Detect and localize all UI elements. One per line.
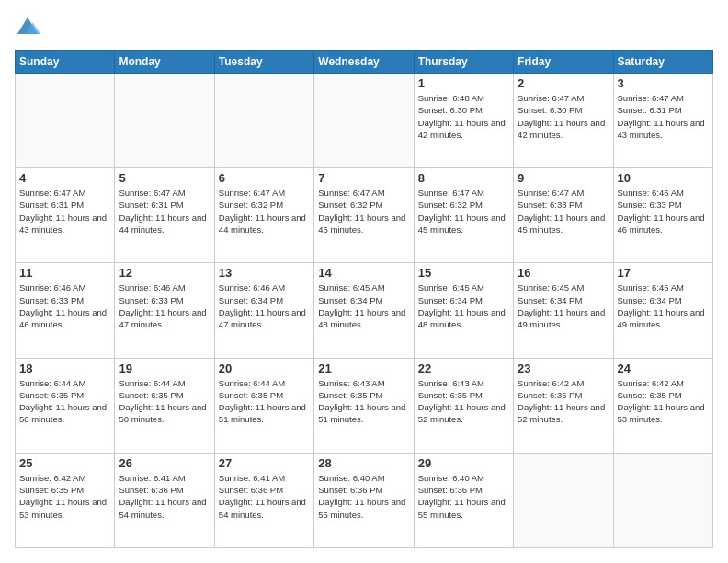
day-info: Sunrise: 6:47 AM Sunset: 6:32 PM Dayligh… bbox=[219, 187, 310, 236]
day-cell: 9Sunrise: 6:47 AM Sunset: 6:33 PM Daylig… bbox=[514, 168, 613, 263]
day-info: Sunrise: 6:41 AM Sunset: 6:36 PM Dayligh… bbox=[219, 472, 310, 521]
day-cell: 20Sunrise: 6:44 AM Sunset: 6:35 PM Dayli… bbox=[214, 358, 313, 453]
day-number: 13 bbox=[219, 266, 310, 280]
day-info: Sunrise: 6:47 AM Sunset: 6:30 PM Dayligh… bbox=[518, 92, 609, 141]
week-row-4: 25Sunrise: 6:42 AM Sunset: 6:35 PM Dayli… bbox=[16, 453, 713, 547]
day-cell: 13Sunrise: 6:46 AM Sunset: 6:34 PM Dayli… bbox=[214, 263, 313, 358]
day-cell: 17Sunrise: 6:45 AM Sunset: 6:34 PM Dayli… bbox=[613, 263, 712, 358]
day-cell: 21Sunrise: 6:43 AM Sunset: 6:35 PM Dayli… bbox=[314, 358, 414, 453]
day-cell bbox=[115, 74, 214, 168]
day-info: Sunrise: 6:47 AM Sunset: 6:31 PM Dayligh… bbox=[119, 187, 210, 236]
day-number: 10 bbox=[618, 171, 709, 185]
day-number: 26 bbox=[119, 456, 210, 470]
day-number: 2 bbox=[518, 76, 609, 90]
day-number: 15 bbox=[418, 266, 509, 280]
day-cell bbox=[314, 74, 414, 168]
day-cell: 7Sunrise: 6:47 AM Sunset: 6:32 PM Daylig… bbox=[314, 168, 414, 263]
day-number: 27 bbox=[219, 456, 310, 470]
day-number: 20 bbox=[219, 362, 310, 375]
day-info: Sunrise: 6:46 AM Sunset: 6:33 PM Dayligh… bbox=[618, 187, 709, 236]
week-row-3: 18Sunrise: 6:44 AM Sunset: 6:35 PM Dayli… bbox=[16, 358, 713, 453]
day-cell: 15Sunrise: 6:45 AM Sunset: 6:34 PM Dayli… bbox=[414, 263, 513, 358]
day-info: Sunrise: 6:46 AM Sunset: 6:34 PM Dayligh… bbox=[219, 282, 310, 330]
day-number: 11 bbox=[19, 266, 110, 280]
day-info: Sunrise: 6:44 AM Sunset: 6:35 PM Dayligh… bbox=[219, 377, 310, 426]
day-cell: 24Sunrise: 6:42 AM Sunset: 6:35 PM Dayli… bbox=[613, 358, 712, 453]
day-info: Sunrise: 6:45 AM Sunset: 6:34 PM Dayligh… bbox=[518, 282, 609, 330]
day-number: 5 bbox=[119, 171, 210, 185]
calendar: SundayMondayTuesdayWednesdayThursdayFrid… bbox=[15, 50, 713, 548]
day-cell: 14Sunrise: 6:45 AM Sunset: 6:34 PM Dayli… bbox=[314, 263, 414, 358]
day-info: Sunrise: 6:40 AM Sunset: 6:36 PM Dayligh… bbox=[318, 472, 409, 521]
day-info: Sunrise: 6:47 AM Sunset: 6:32 PM Dayligh… bbox=[318, 187, 409, 236]
day-cell bbox=[514, 453, 613, 547]
day-cell: 16Sunrise: 6:45 AM Sunset: 6:34 PM Dayli… bbox=[514, 263, 613, 358]
day-cell: 28Sunrise: 6:40 AM Sunset: 6:36 PM Dayli… bbox=[314, 453, 414, 547]
day-cell: 19Sunrise: 6:44 AM Sunset: 6:35 PM Dayli… bbox=[115, 358, 214, 453]
day-number: 19 bbox=[119, 362, 210, 375]
day-info: Sunrise: 6:44 AM Sunset: 6:35 PM Dayligh… bbox=[119, 377, 210, 426]
day-cell: 3Sunrise: 6:47 AM Sunset: 6:31 PM Daylig… bbox=[613, 74, 712, 168]
day-info: Sunrise: 6:42 AM Sunset: 6:35 PM Dayligh… bbox=[618, 377, 709, 426]
day-cell: 1Sunrise: 6:48 AM Sunset: 6:30 PM Daylig… bbox=[414, 74, 513, 168]
day-number: 6 bbox=[219, 171, 310, 185]
calendar-header-monday: Monday bbox=[115, 51, 214, 74]
day-cell bbox=[613, 453, 712, 547]
day-number: 22 bbox=[418, 362, 509, 375]
day-info: Sunrise: 6:43 AM Sunset: 6:35 PM Dayligh… bbox=[418, 377, 509, 426]
header bbox=[15, 15, 713, 40]
day-number: 23 bbox=[518, 362, 609, 375]
day-number: 21 bbox=[318, 362, 409, 375]
day-info: Sunrise: 6:42 AM Sunset: 6:35 PM Dayligh… bbox=[518, 377, 609, 426]
calendar-header-friday: Friday bbox=[514, 51, 613, 74]
day-cell bbox=[214, 74, 313, 168]
day-number: 1 bbox=[418, 76, 509, 90]
logo bbox=[15, 15, 44, 40]
day-number: 7 bbox=[318, 171, 409, 185]
calendar-header-sunday: Sunday bbox=[16, 51, 115, 74]
day-info: Sunrise: 6:48 AM Sunset: 6:30 PM Dayligh… bbox=[418, 92, 509, 141]
day-cell: 10Sunrise: 6:46 AM Sunset: 6:33 PM Dayli… bbox=[613, 168, 712, 263]
day-info: Sunrise: 6:45 AM Sunset: 6:34 PM Dayligh… bbox=[418, 282, 509, 330]
day-cell: 29Sunrise: 6:40 AM Sunset: 6:36 PM Dayli… bbox=[414, 453, 513, 547]
day-info: Sunrise: 6:43 AM Sunset: 6:35 PM Dayligh… bbox=[318, 377, 409, 426]
day-number: 24 bbox=[618, 362, 709, 375]
day-cell: 5Sunrise: 6:47 AM Sunset: 6:31 PM Daylig… bbox=[115, 168, 214, 263]
day-number: 28 bbox=[318, 456, 409, 470]
calendar-header-thursday: Thursday bbox=[414, 51, 513, 74]
day-number: 3 bbox=[618, 76, 709, 90]
day-info: Sunrise: 6:41 AM Sunset: 6:36 PM Dayligh… bbox=[119, 472, 210, 521]
day-number: 14 bbox=[318, 266, 409, 280]
day-cell: 22Sunrise: 6:43 AM Sunset: 6:35 PM Dayli… bbox=[414, 358, 513, 453]
day-cell: 8Sunrise: 6:47 AM Sunset: 6:32 PM Daylig… bbox=[414, 168, 513, 263]
day-info: Sunrise: 6:45 AM Sunset: 6:34 PM Dayligh… bbox=[618, 282, 709, 330]
page: SundayMondayTuesdayWednesdayThursdayFrid… bbox=[0, 0, 728, 563]
day-cell: 12Sunrise: 6:46 AM Sunset: 6:33 PM Dayli… bbox=[115, 263, 214, 358]
day-cell: 25Sunrise: 6:42 AM Sunset: 6:35 PM Dayli… bbox=[16, 453, 115, 547]
day-number: 8 bbox=[418, 171, 509, 185]
day-cell bbox=[16, 74, 115, 168]
calendar-header-tuesday: Tuesday bbox=[214, 51, 313, 74]
day-cell: 23Sunrise: 6:42 AM Sunset: 6:35 PM Dayli… bbox=[514, 358, 613, 453]
day-number: 12 bbox=[119, 266, 210, 280]
day-cell: 27Sunrise: 6:41 AM Sunset: 6:36 PM Dayli… bbox=[214, 453, 313, 547]
day-number: 16 bbox=[518, 266, 609, 280]
day-info: Sunrise: 6:47 AM Sunset: 6:32 PM Dayligh… bbox=[418, 187, 509, 236]
day-info: Sunrise: 6:47 AM Sunset: 6:31 PM Dayligh… bbox=[19, 187, 110, 236]
week-row-2: 11Sunrise: 6:46 AM Sunset: 6:33 PM Dayli… bbox=[16, 263, 713, 358]
day-cell: 2Sunrise: 6:47 AM Sunset: 6:30 PM Daylig… bbox=[514, 74, 613, 168]
calendar-header-row: SundayMondayTuesdayWednesdayThursdayFrid… bbox=[16, 51, 713, 74]
day-number: 17 bbox=[618, 266, 709, 280]
day-cell: 6Sunrise: 6:47 AM Sunset: 6:32 PM Daylig… bbox=[214, 168, 313, 263]
day-cell: 11Sunrise: 6:46 AM Sunset: 6:33 PM Dayli… bbox=[16, 263, 115, 358]
day-info: Sunrise: 6:44 AM Sunset: 6:35 PM Dayligh… bbox=[19, 377, 110, 426]
day-info: Sunrise: 6:47 AM Sunset: 6:33 PM Dayligh… bbox=[518, 187, 609, 236]
logo-icon bbox=[15, 15, 40, 40]
day-info: Sunrise: 6:42 AM Sunset: 6:35 PM Dayligh… bbox=[19, 472, 110, 521]
week-row-1: 4Sunrise: 6:47 AM Sunset: 6:31 PM Daylig… bbox=[16, 168, 713, 263]
day-cell: 4Sunrise: 6:47 AM Sunset: 6:31 PM Daylig… bbox=[16, 168, 115, 263]
day-info: Sunrise: 6:47 AM Sunset: 6:31 PM Dayligh… bbox=[618, 92, 709, 141]
day-number: 18 bbox=[19, 362, 110, 375]
calendar-header-wednesday: Wednesday bbox=[314, 51, 414, 74]
day-info: Sunrise: 6:40 AM Sunset: 6:36 PM Dayligh… bbox=[418, 472, 509, 521]
